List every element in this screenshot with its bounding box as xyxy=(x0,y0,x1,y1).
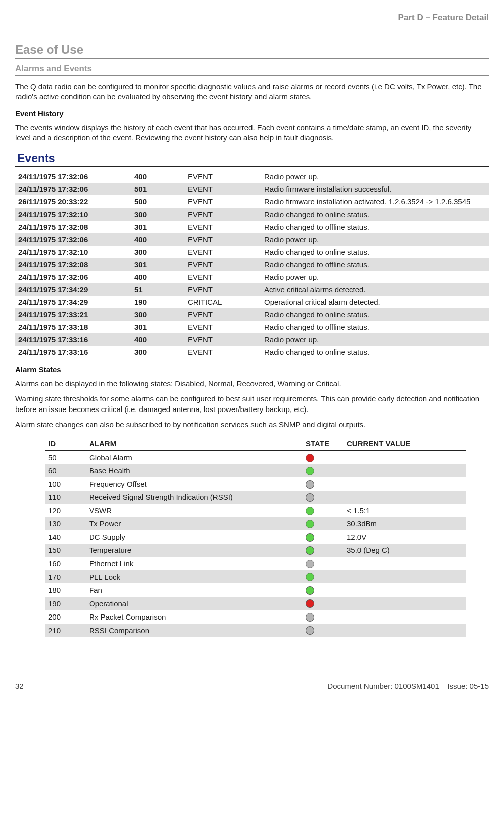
alarm-col-name: ALARM xyxy=(86,437,303,450)
alarm-id: 200 xyxy=(45,610,86,624)
event-description: Radio power up. xyxy=(261,271,489,283)
table-row: 190Operational xyxy=(45,597,466,610)
alarm-state xyxy=(303,530,344,544)
table-row: 110Received Signal Strength Indication (… xyxy=(45,491,466,504)
table-row: 160Ethernet Link xyxy=(45,557,466,570)
table-row: 180Fan xyxy=(45,583,466,597)
alarm-name: Fan xyxy=(86,583,303,597)
alarm-current-value: 30.3dBm xyxy=(344,517,466,531)
event-history-heading: Event History xyxy=(15,109,489,118)
alarm-name: Operational xyxy=(86,597,303,610)
doc-number: Document Number: 0100SM1401 xyxy=(327,682,439,690)
state-dot-icon xyxy=(306,586,314,595)
alarm-name: Temperature xyxy=(86,544,303,557)
table-row: 24/11/1975 17:32:06400EVENTRadio power u… xyxy=(15,170,489,183)
table-row: 24/11/1975 17:33:16400EVENTRadio power u… xyxy=(15,333,489,346)
table-row: 24/11/1975 17:32:08301EVENTRadio changed… xyxy=(15,221,489,233)
events-table: 24/11/1975 17:32:06400EVENTRadio power u… xyxy=(15,170,489,358)
event-severity: EVENT xyxy=(185,170,261,183)
state-dot-icon xyxy=(306,507,314,515)
event-history-paragraph: The events window displays the history o… xyxy=(15,123,489,143)
alarm-name: Rx Packet Comparison xyxy=(86,610,303,624)
event-timestamp: 24/11/1975 17:32:06 xyxy=(15,170,131,183)
alarm-id: 130 xyxy=(45,517,86,531)
event-description: Radio changed to online status. xyxy=(261,208,489,221)
event-description: Radio changed to offline status. xyxy=(261,321,489,333)
event-severity: EVENT xyxy=(185,321,261,333)
event-id: 300 xyxy=(131,346,185,358)
event-severity: EVENT xyxy=(185,258,261,271)
event-timestamp: 24/11/1975 17:32:10 xyxy=(15,208,131,221)
alarm-current-value xyxy=(344,557,466,570)
alarm-current-value xyxy=(344,624,466,637)
event-severity: EVENT xyxy=(185,346,261,358)
alarm-id: 50 xyxy=(45,450,86,464)
alarm-table: ID ALARM STATE CURRENT VALUE 50Global Al… xyxy=(45,437,466,637)
alarm-states-p3: Alarm state changes can also be subscrib… xyxy=(15,420,489,430)
page-footer: 32 Document Number: 0100SM1401 Issue: 05… xyxy=(15,682,489,690)
event-timestamp: 24/11/1975 17:33:21 xyxy=(15,308,131,321)
alarm-states-heading: Alarm States xyxy=(15,365,489,374)
event-id: 400 xyxy=(131,233,185,246)
alarm-current-value: 35.0 (Deg C) xyxy=(344,544,466,557)
alarm-name: Tx Power xyxy=(86,517,303,531)
state-dot-icon xyxy=(306,560,314,568)
table-row: 24/11/1975 17:32:10300EVENTRadio changed… xyxy=(15,246,489,258)
event-severity: EVENT xyxy=(185,208,261,221)
event-id: 301 xyxy=(131,258,185,271)
intro-paragraph: The Q data radio can be configured to mo… xyxy=(15,82,489,102)
section-title: Ease of Use xyxy=(15,43,489,59)
event-description: Radio firmware installation successful. xyxy=(261,183,489,195)
alarm-current-value xyxy=(344,610,466,624)
event-timestamp: 24/11/1975 17:32:08 xyxy=(15,258,131,271)
state-dot-icon xyxy=(306,480,314,489)
alarm-id: 190 xyxy=(45,597,86,610)
event-severity: EVENT xyxy=(185,195,261,208)
table-row: 140DC Supply12.0V xyxy=(45,530,466,544)
alarm-name: PLL Lock xyxy=(86,570,303,584)
event-description: Operational critical alarm detected. xyxy=(261,296,489,308)
alarm-id: 170 xyxy=(45,570,86,584)
event-id: 300 xyxy=(131,208,185,221)
table-row: 24/11/1975 17:32:06400EVENTRadio power u… xyxy=(15,271,489,283)
event-timestamp: 24/11/1975 17:33:16 xyxy=(15,333,131,346)
table-row: 170PLL Lock xyxy=(45,570,466,584)
alarm-state xyxy=(303,597,344,610)
alarm-state xyxy=(303,557,344,570)
issue: Issue: 05-15 xyxy=(447,682,489,690)
event-severity: EVENT xyxy=(185,283,261,296)
event-description: Radio changed to offline status. xyxy=(261,258,489,271)
event-timestamp: 24/11/1975 17:34:29 xyxy=(15,296,131,308)
event-severity: EVENT xyxy=(185,233,261,246)
alarm-name: Base Health xyxy=(86,464,303,478)
event-id: 301 xyxy=(131,321,185,333)
event-timestamp: 26/11/1975 20:33:22 xyxy=(15,195,131,208)
alarm-state xyxy=(303,517,344,531)
alarm-state xyxy=(303,570,344,584)
alarm-current-value xyxy=(344,464,466,478)
table-row: 24/11/1975 17:34:2951EVENTActive critica… xyxy=(15,283,489,296)
event-severity: EVENT xyxy=(185,221,261,233)
table-row: 24/11/1975 17:32:06400EVENTRadio power u… xyxy=(15,233,489,246)
alarm-state xyxy=(303,464,344,478)
event-timestamp: 24/11/1975 17:32:08 xyxy=(15,221,131,233)
table-row: 26/11/1975 20:33:22500EVENTRadio firmwar… xyxy=(15,195,489,208)
event-id: 400 xyxy=(131,333,185,346)
alarm-states-p2: Warning state thresholds for some alarms… xyxy=(15,394,489,415)
alarm-current-value xyxy=(344,491,466,504)
table-row: 24/11/1975 17:33:18301EVENTRadio changed… xyxy=(15,321,489,333)
table-row: 200Rx Packet Comparison xyxy=(45,610,466,624)
alarm-current-value xyxy=(344,477,466,491)
table-row: 50Global Alarm xyxy=(45,450,466,464)
alarm-id: 180 xyxy=(45,583,86,597)
event-id: 300 xyxy=(131,308,185,321)
alarm-current-value: 12.0V xyxy=(344,530,466,544)
event-id: 300 xyxy=(131,246,185,258)
state-dot-icon xyxy=(306,599,314,608)
event-timestamp: 24/11/1975 17:32:06 xyxy=(15,271,131,283)
event-id: 400 xyxy=(131,170,185,183)
table-row: 100Frequency Offset xyxy=(45,477,466,491)
event-description: Active critical alarms detected. xyxy=(261,283,489,296)
state-dot-icon xyxy=(306,613,314,622)
table-row: 24/11/1975 17:32:08301EVENTRadio changed… xyxy=(15,258,489,271)
